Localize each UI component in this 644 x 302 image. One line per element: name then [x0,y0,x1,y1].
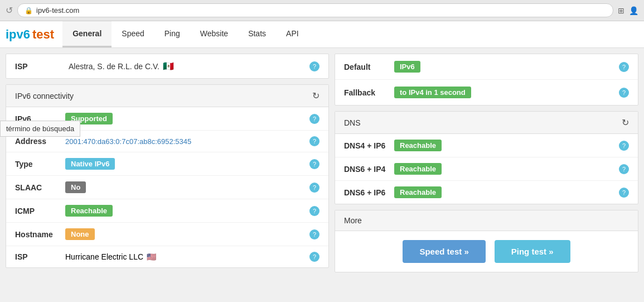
address-bar[interactable]: 🔒 ipv6-test.com [17,3,613,17]
type-row: Type Native IPv6 ? [6,152,328,176]
address-help-icon[interactable]: ? [309,136,319,146]
isp-name: Alestra, S. de R.L. de C.V. [69,62,159,71]
main-content: ISP Alestra, S. de R.L. de C.V. 🇲🇽 ? IPv… [0,48,644,302]
icmp-value: Reachable [65,205,309,217]
dns-refresh-icon[interactable]: ↻ [622,117,629,128]
dns4-ip6-help-icon[interactable]: ? [619,141,629,151]
dns4-ip6-badge: Reachable [394,140,442,151]
tab-website[interactable]: Website [190,21,238,47]
isp-flag: 🇲🇽 [163,61,174,71]
connectivity-isp-help-icon[interactable]: ? [309,252,319,262]
fallback-label: Fallback [344,88,394,97]
type-badge: Native IPv6 [65,158,115,170]
hostname-value: None [65,228,309,240]
icmp-badge: Reachable [65,205,113,217]
icmp-label: ICMP [15,207,65,215]
slaac-row: SLAAC No ? [6,176,328,199]
fallback-badge: to IPv4 in 1 second [394,87,471,98]
dns6-ip6-help-icon[interactable]: ? [619,188,629,198]
isp-row: ISP Alestra, S. de R.L. de C.V. 🇲🇽 ? [6,54,329,79]
dns6-ip6-badge: Reachable [394,186,442,198]
browser-chrome: ↺ 🔒 ipv6-test.com ⊞ 👤 [0,0,644,21]
logo-ipv6: ipv6 [6,27,30,42]
slaac-value: No [65,181,309,193]
left-panel: ISP Alestra, S. de R.L. de C.V. 🇲🇽 ? IPv… [6,54,329,299]
connectivity-title: IPv6 connectivity [15,92,74,100]
ipv6-help-icon[interactable]: ? [309,114,319,124]
connectivity-isp-row: ISP Hurricane Electric LLC 🇺🇸 ? [6,246,328,267]
browser-icons: ⊞ 👤 [618,6,638,15]
dns4-ip6-value: Reachable [394,140,619,151]
profile-icon[interactable]: 👤 [629,6,638,15]
dns4-ip6-label: DNS4 + IP6 [344,141,394,150]
speed-test-button[interactable]: Speed test » [403,240,485,263]
dns6-ip4-label: DNS6 + IP4 [344,165,394,174]
more-buttons: Speed test » Ping test » [335,231,638,272]
connectivity-isp-flag: 🇺🇸 [147,252,156,261]
tab-speed[interactable]: Speed [112,21,154,47]
fallback-row: Fallback to IPv4 in 1 second ? [335,80,638,105]
type-value: Native IPv6 [65,158,309,170]
ping-test-button[interactable]: Ping test » [495,240,570,263]
default-row: Default IPv6 ? [335,54,638,80]
tab-stats[interactable]: Stats [238,21,276,47]
tab-ping[interactable]: Ping [154,21,190,47]
logo-test: test [32,27,54,42]
dns-panel: DNS ↻ DNS4 + IP6 Reachable ? DNS6 + IP4 … [335,111,638,204]
ipv6-value: Supported [65,113,309,124]
dns-header: DNS ↻ [335,112,638,134]
dns6-ip4-value: Reachable [394,163,619,175]
icmp-help-icon[interactable]: ? [309,206,319,216]
icmp-row: ICMP Reachable ? [6,199,328,223]
connectivity-panel: IPv6 connectivity ↻ IPv6 Supported ? Add… [6,84,329,268]
back-button[interactable]: ↺ [6,5,13,16]
isp-help-icon[interactable]: ? [309,61,319,71]
dns6-ip6-label: DNS6 + IP6 [344,188,394,197]
hostname-badge: None [65,228,95,240]
tab-general[interactable]: General [62,21,112,47]
dns6-ip6-row: DNS6 + IP6 Reachable ? [335,181,638,204]
hostname-help-icon[interactable]: ? [309,229,319,239]
isp-label: ISP [15,62,60,71]
connectivity-isp-value: Hurricane Electric LLC 🇺🇸 [65,252,309,261]
hostname-row: Hostname None ? [6,223,328,246]
dns6-ip4-row: DNS6 + IP4 Reachable ? [335,157,638,181]
dns6-ip4-badge: Reachable [394,163,442,175]
address-label: Address [15,137,65,146]
more-panel: More Speed test » Ping test » [335,210,638,272]
tab-api[interactable]: API [276,21,309,47]
dns6-ip6-value: Reachable [394,186,619,198]
search-tooltip: término de búsqueda [0,121,80,137]
address-value: 2001:470:da63:0:7c07:ab8c:6952:5345 [65,137,309,146]
default-help-icon[interactable]: ? [619,62,629,72]
logo: ipv6 test [6,22,62,47]
slaac-label: SLAAC [15,183,65,192]
fallback-help-icon[interactable]: ? [619,88,629,98]
right-panel: Default IPv6 ? Fallback to IPv4 in 1 sec… [329,54,638,299]
connectivity-isp-label: ISP [15,252,65,261]
default-value: IPv6 [394,61,619,73]
type-help-icon[interactable]: ? [309,159,319,169]
hostname-label: Hostname [15,230,65,239]
nav-tabs: General Speed Ping Website Stats API [62,21,308,47]
more-title: More [344,216,362,225]
refresh-icon[interactable]: ↻ [312,90,319,101]
more-header: More [335,210,638,231]
url-text: ipv6-test.com [36,6,79,15]
default-badge: IPv6 [394,61,420,73]
dns4-ip6-row: DNS4 + IP6 Reachable ? [335,134,638,157]
default-fallback-panel: Default IPv6 ? Fallback to IPv4 in 1 sec… [335,54,638,106]
dns-title: DNS [344,118,361,127]
type-label: Type [15,160,65,169]
connectivity-isp-name: Hurricane Electric LLC [65,252,143,261]
slaac-help-icon[interactable]: ? [309,183,319,193]
slaac-badge: No [65,181,86,193]
grid-icon[interactable]: ⊞ [618,6,624,15]
isp-value: Alestra, S. de R.L. de C.V. 🇲🇽 [69,61,301,71]
dns6-ip4-help-icon[interactable]: ? [619,164,629,174]
fallback-value: to IPv4 in 1 second [394,87,619,98]
nav-bar: ipv6 test General Speed Ping Website Sta… [0,21,644,48]
connectivity-header: IPv6 connectivity ↻ [6,85,328,107]
default-label: Default [344,63,394,71]
lock-icon: 🔒 [25,7,33,15]
